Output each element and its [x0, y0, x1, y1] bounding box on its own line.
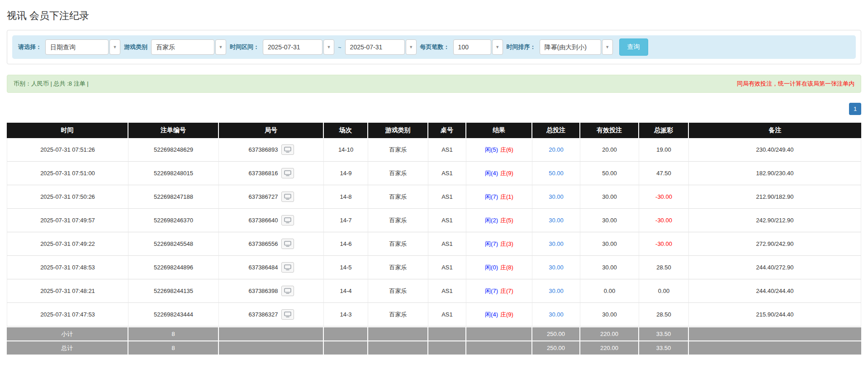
cell-round: 637386893: [219, 138, 324, 162]
date-from-value[interactable]: 2025-07-31: [263, 39, 323, 55]
cell-total-bet: 30.00: [532, 279, 580, 303]
cell-remark: 244.40/272.90: [689, 256, 861, 279]
cell-game-type: 百家乐: [368, 303, 428, 326]
cell-round: 637386727: [219, 185, 324, 209]
result-banker: 庄(3): [500, 240, 513, 247]
cell-desk: AS1: [428, 209, 466, 232]
query-type-value[interactable]: 日期查询: [45, 39, 109, 55]
cell-valid-bet: 20.00: [580, 138, 639, 162]
cell-desk: AS1: [428, 162, 466, 185]
cell-result: 闲(0)庄(8): [466, 256, 532, 279]
chevron-down-icon[interactable]: ▼: [406, 39, 417, 55]
total-bet-link[interactable]: 30.00: [549, 288, 564, 294]
cell-round: 637386556: [219, 232, 324, 256]
summary-bar: 币别：人民币 | 总共 :8 注单 | 同局有效投注，统一计算在该局第一张注单内: [7, 75, 861, 93]
total-bet-link[interactable]: 30.00: [549, 240, 564, 247]
footer-empty-cell: [368, 326, 428, 340]
footer-empty-cell: [689, 340, 861, 355]
result-banker: 庄(6): [500, 146, 513, 153]
result-view-icon[interactable]: [281, 192, 294, 202]
query-type-label: 请选择：: [18, 43, 42, 51]
result-view-icon[interactable]: [281, 144, 294, 155]
cell-valid-bet: 30.00: [580, 303, 639, 326]
header-row: 时间 注单编号 局号 场次 游戏类别 桌号 结果 总投注 有效投注 总派彩 备注: [7, 123, 861, 138]
table-row: 2025-07-31 07:50:26 522698247188 6373867…: [7, 185, 861, 209]
cell-payout: -30.00: [639, 232, 689, 256]
cell-time: 2025-07-31 07:49:22: [7, 232, 128, 256]
cell-session: 14-4: [324, 279, 368, 303]
chevron-down-icon[interactable]: ▼: [492, 39, 503, 55]
cell-desk: AS1: [428, 279, 466, 303]
chevron-down-icon[interactable]: ▼: [109, 39, 120, 55]
cell-valid-bet: 50.00: [580, 162, 639, 185]
result-view-icon[interactable]: [281, 309, 294, 320]
cell-desk: AS1: [428, 185, 466, 209]
total-bet-link[interactable]: 30.00: [549, 311, 564, 318]
cell-result: 闲(2)庄(5): [466, 209, 532, 232]
cell-payout: 28.50: [639, 303, 689, 326]
table-header: 时间 注单编号 局号 场次 游戏类别 桌号 结果 总投注 有效投注 总派彩 备注: [7, 123, 861, 138]
result-view-icon[interactable]: [281, 286, 294, 296]
date-to-value[interactable]: 2025-07-31: [345, 39, 405, 55]
cell-game-type: 百家乐: [368, 256, 428, 279]
cell-result: 闲(7)庄(3): [466, 232, 532, 256]
result-view-icon[interactable]: [281, 262, 294, 273]
table-row: 2025-07-31 07:47:53 522698243444 6373863…: [7, 303, 861, 326]
cell-bet-id: 522698247188: [128, 185, 219, 209]
cell-bet-id: 522698244896: [128, 256, 219, 279]
grand-total-count: 8: [128, 340, 219, 355]
header-remark: 备注: [689, 123, 861, 138]
page-size-value[interactable]: 100: [453, 39, 491, 55]
result-view-icon[interactable]: [281, 239, 294, 249]
game-type-value[interactable]: 百家乐: [151, 39, 214, 55]
subtotal-row: 小计 8 250.00 220.00 33.50: [7, 326, 861, 340]
header-total-bet: 总投注: [532, 123, 580, 138]
grand-total-total-bet: 250.00: [532, 340, 580, 355]
total-bet-link[interactable]: 30.00: [549, 217, 564, 224]
search-button[interactable]: 查询: [619, 38, 648, 56]
cell-round: 637386398: [219, 279, 324, 303]
cell-total-bet: 50.00: [532, 162, 580, 185]
grand-total-valid-bet: 220.00: [580, 340, 639, 355]
result-view-icon[interactable]: [281, 168, 294, 178]
cell-game-type: 百家乐: [368, 185, 428, 209]
chevron-down-icon[interactable]: ▼: [602, 39, 613, 55]
cell-game-type: 百家乐: [368, 279, 428, 303]
cell-game-type: 百家乐: [368, 209, 428, 232]
cell-remark: 215.90/244.40: [689, 303, 861, 326]
cell-remark: 272.90/242.90: [689, 232, 861, 256]
total-bet-link[interactable]: 50.00: [549, 170, 564, 177]
page-size-combo: 100 ▼: [453, 39, 503, 55]
total-bet-link[interactable]: 20.00: [549, 146, 564, 153]
chevron-down-icon[interactable]: ▼: [323, 39, 334, 55]
result-view-icon[interactable]: [281, 215, 294, 225]
table-footer: 小计 8 250.00 220.00 33.50 总计 8 2: [7, 326, 861, 355]
chevron-down-icon[interactable]: ▼: [215, 39, 226, 55]
result-banker: 庄(1): [500, 193, 513, 200]
cell-valid-bet: 30.00: [580, 256, 639, 279]
total-bet-link[interactable]: 30.00: [549, 264, 564, 271]
cell-round: 637386640: [219, 209, 324, 232]
cell-remark: 242.90/212.90: [689, 209, 861, 232]
footer-empty-cell: [219, 340, 324, 355]
cell-time: 2025-07-31 07:51:26: [7, 138, 128, 162]
total-bet-link[interactable]: 30.00: [549, 193, 564, 200]
footer-empty-cell: [219, 326, 324, 340]
round-number: 637386727: [248, 193, 278, 200]
cell-game-type: 百家乐: [368, 138, 428, 162]
cell-round: 637386816: [219, 162, 324, 185]
filter-panel: 请选择： 日期查询 ▼ 游戏类别 百家乐 ▼ 时间区间： 2025-07-31 …: [7, 30, 861, 64]
grand-total-label: 总计: [7, 340, 128, 355]
cell-result: 闲(4)庄(9): [466, 303, 532, 326]
cell-game-type: 百家乐: [368, 162, 428, 185]
cell-session: 14-9: [324, 162, 368, 185]
cell-round: 637386484: [219, 256, 324, 279]
page-1-button[interactable]: 1: [849, 103, 861, 115]
cell-session: 14-7: [324, 209, 368, 232]
footer-empty-cell: [324, 340, 368, 355]
grand-total-row: 总计 8 250.00 220.00 33.50: [7, 340, 861, 355]
sort-order-value[interactable]: 降幂(由大到小): [540, 39, 601, 55]
cell-result: 闲(5)庄(6): [466, 138, 532, 162]
header-session: 场次: [324, 123, 368, 138]
cell-payout: 0.00: [639, 279, 689, 303]
